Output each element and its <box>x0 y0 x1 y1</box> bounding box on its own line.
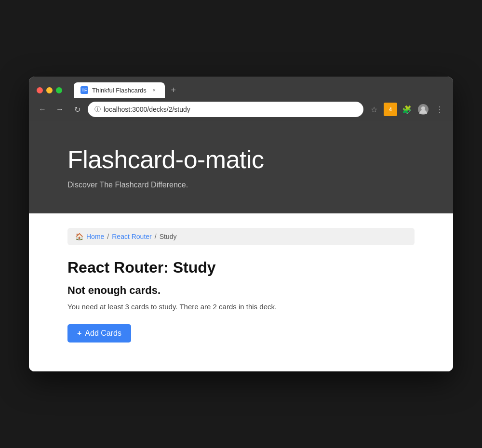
back-button[interactable]: ← <box>36 103 49 116</box>
add-cards-button[interactable]: + Add Cards <box>67 324 131 343</box>
browser-title-bar: TF Thinkful Flashcards × + <box>29 77 453 98</box>
browser-window: TF Thinkful Flashcards × + ← → <box>29 77 453 371</box>
site-title: Flashcard-o-matic <box>67 145 415 174</box>
section-heading: Not enough cards. <box>67 284 415 297</box>
home-icon: 🏠 <box>75 233 83 240</box>
active-tab[interactable]: TF Thinkful Flashcards × <box>74 82 165 98</box>
description-text: You need at least 3 cards to study. Ther… <box>67 302 415 313</box>
breadcrumb: 🏠 Home / React Router / Study <box>67 228 415 245</box>
page-title: React Router: Study <box>67 259 415 277</box>
site-subtitle: Discover The Flashcard Difference. <box>67 181 415 189</box>
site-body: 🏠 Home / React Router / Study React Rout… <box>29 213 453 371</box>
svg-point-1 <box>421 106 425 110</box>
maximize-traffic-light[interactable] <box>56 87 62 93</box>
minimize-traffic-light[interactable] <box>46 87 53 93</box>
address-info-icon: ⓘ <box>94 105 101 114</box>
tab-bar: TF Thinkful Flashcards × + <box>74 82 445 98</box>
tab-title: Thinkful Flashcards <box>92 87 147 94</box>
profile-icon[interactable] <box>416 103 430 116</box>
extensions-badge[interactable]: 4 <box>384 103 397 116</box>
address-text: localhost:3000/decks/2/study <box>104 105 357 113</box>
puzzle-icon[interactable]: 🧩 <box>400 103 414 116</box>
browser-chrome: TF Thinkful Flashcards × + ← → <box>29 77 453 121</box>
close-traffic-light[interactable] <box>37 87 43 93</box>
breadcrumb-separator-1: / <box>107 233 109 240</box>
tab-favicon: TF <box>80 86 88 94</box>
add-cards-label: Add Cards <box>85 329 121 338</box>
breadcrumb-current: Study <box>160 233 177 240</box>
site-header: Flashcard-o-matic Discover The Flashcard… <box>29 121 453 213</box>
browser-toolbar: ← → ↻ ⓘ localhost:3000/decks/2/study ☆ 4… <box>29 98 453 121</box>
forward-button[interactable]: → <box>53 103 67 116</box>
menu-icon[interactable]: ⋮ <box>433 103 446 116</box>
tab-close-button[interactable]: × <box>150 86 158 94</box>
traffic-lights <box>37 87 62 93</box>
website-content: Flashcard-o-matic Discover The Flashcard… <box>29 121 453 371</box>
breadcrumb-separator-2: / <box>155 233 157 240</box>
toolbar-actions: ☆ 4 🧩 ⋮ <box>367 103 446 116</box>
address-bar[interactable]: ⓘ localhost:3000/decks/2/study <box>88 102 363 117</box>
reload-button[interactable]: ↻ <box>70 103 84 116</box>
breadcrumb-home-link[interactable]: Home <box>86 233 104 240</box>
new-tab-button[interactable]: + <box>167 83 180 97</box>
plus-icon: + <box>77 329 81 338</box>
bookmark-icon[interactable]: ☆ <box>367 103 381 116</box>
breadcrumb-deck-link[interactable]: React Router <box>112 233 151 240</box>
